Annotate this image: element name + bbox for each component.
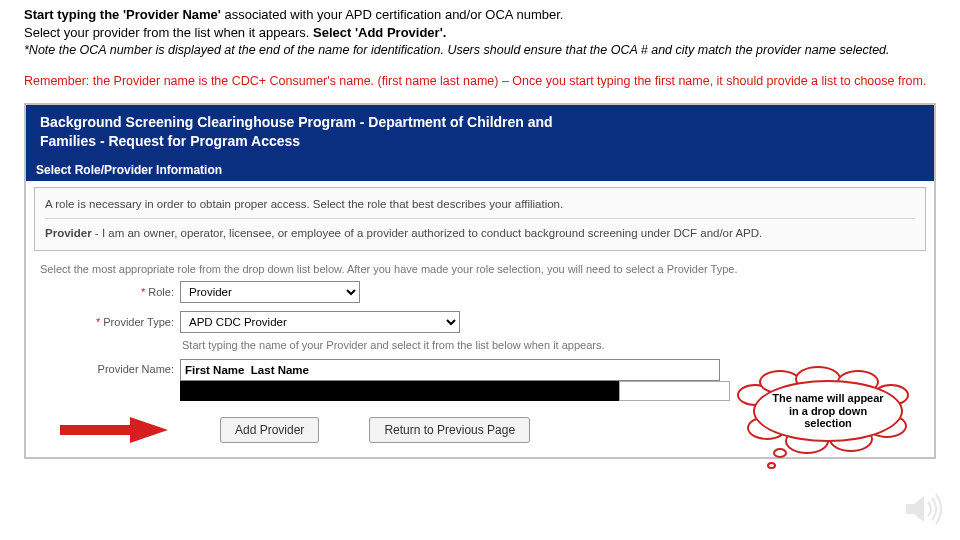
info-box: A role is necessary in order to obtain p… <box>34 187 926 251</box>
provider-hint: Start typing the name of your Provider a… <box>26 337 934 355</box>
provider-type-row: * Provider Type: APD CDC Provider <box>26 307 934 337</box>
arrow-icon <box>40 415 170 445</box>
role-row: * Role: Provider <box>26 277 934 307</box>
info-line-1: A role is necessary in order to obtain p… <box>45 196 915 213</box>
info-provider-label: Provider <box>45 227 92 239</box>
instruction-text-1: associated with your APD certification a… <box>221 7 564 22</box>
provider-name-dropdown-ext <box>620 381 730 401</box>
svg-marker-0 <box>60 417 168 443</box>
role-select[interactable]: Provider <box>180 281 360 303</box>
instruction-text-2: Select your provider from the list when … <box>24 25 313 40</box>
instruction-block: Start typing the 'Provider Name' associa… <box>0 0 960 41</box>
info-line-2: Provider - I am an owner, operator, lice… <box>45 225 915 242</box>
buttons-row: Add Provider Return to Previous Page <box>26 405 934 457</box>
return-previous-button[interactable]: Return to Previous Page <box>369 417 530 443</box>
panel-title: Background Screening Clearinghouse Progr… <box>40 113 560 151</box>
svg-marker-1 <box>906 496 924 522</box>
instruction-note: *Note the OCA number is displayed at the… <box>0 41 960 59</box>
provider-type-select[interactable]: APD CDC Provider <box>180 311 460 333</box>
panel-header: Background Screening Clearinghouse Progr… <box>26 105 934 159</box>
provider-name-dropdown[interactable] <box>180 381 620 401</box>
info-provider-text: - I am an owner, operator, licensee, or … <box>92 227 763 239</box>
instruction-bold-2: Select 'Add Provider'. <box>313 25 446 40</box>
speaker-icon <box>904 492 944 526</box>
instruction-remember: Remember: the Provider name is the CDC+ … <box>0 59 960 95</box>
provider-name-row: Provider Name: <box>26 355 934 405</box>
role-label: Role: <box>148 286 174 298</box>
add-provider-button[interactable]: Add Provider <box>220 417 319 443</box>
provider-name-label: Provider Name: <box>98 363 174 375</box>
body-instruction: Select the most appropriate role from th… <box>26 257 934 277</box>
section-title: Select Role/Provider Information <box>26 159 934 181</box>
provider-type-label: Provider Type: <box>103 316 174 328</box>
app-panel: Background Screening Clearinghouse Progr… <box>24 103 936 459</box>
instruction-bold-1: Start typing the 'Provider Name' <box>24 7 221 22</box>
provider-name-input[interactable] <box>180 359 720 381</box>
